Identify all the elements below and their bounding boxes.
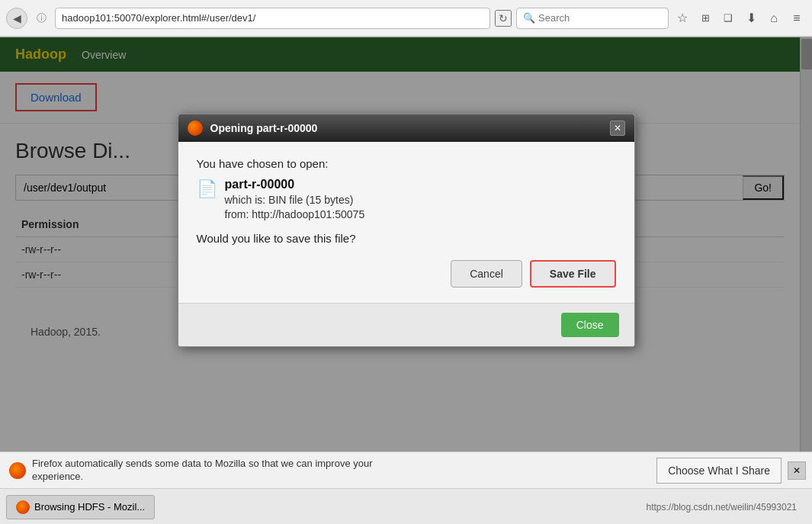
browser-chrome: ◀ ⓘ hadoop101:50070/explorer.html#/user/… — [0, 0, 812, 37]
status-notification: Firefox automatically sends some data to… — [0, 452, 656, 488]
home-icon[interactable]: ⌂ — [765, 9, 783, 27]
status-bar: Firefox automatically sends some data to… — [0, 452, 812, 488]
opening-dialog: Opening part-r-00000 ✕ You have chosen t… — [178, 114, 635, 347]
menu-icon[interactable]: ≡ — [788, 9, 806, 27]
cancel-button[interactable]: Cancel — [451, 260, 522, 288]
choose-share-button[interactable]: Choose What I Share — [656, 458, 782, 484]
firefox-notification-icon — [9, 462, 26, 479]
file-name: part-r-00000 — [225, 178, 365, 191]
shield-icon[interactable]: ❑ — [719, 9, 737, 27]
chosen-text: You have chosen to open: — [197, 157, 616, 170]
dialog-body: You have chosen to open: 📄 part-r-00000 … — [178, 142, 634, 303]
taskbar-item-label: Browsing HDFS - Mozil... — [34, 501, 145, 513]
dialog-title: Opening part-r-00000 — [210, 122, 602, 134]
dialog-overlay: Opening part-r-00000 ✕ You have chosen t… — [0, 37, 812, 488]
file-info: 📄 part-r-00000 which is: BIN file (15 by… — [197, 178, 616, 220]
file-from: from: http://hadoop101:50075 — [225, 208, 365, 220]
browser-content: Hadoop Overview Download Browse Di... Go… — [0, 37, 812, 488]
taskbar: Browsing HDFS - Mozil... https://blog.cs… — [0, 488, 812, 524]
status-close-button[interactable]: ✕ — [788, 461, 806, 480]
file-doc-icon: 📄 — [197, 179, 217, 199]
back-button[interactable]: ◀ — [6, 8, 27, 29]
search-bar[interactable]: 🔍 — [516, 8, 669, 29]
taskbar-item-firefox[interactable]: Browsing HDFS - Mozil... — [6, 495, 155, 519]
file-type: which is: BIN file (15 bytes) — [225, 194, 365, 206]
save-question: Would you like to save this file? — [197, 232, 616, 245]
file-details: part-r-00000 which is: BIN file (15 byte… — [225, 178, 365, 220]
firefox-icon — [188, 121, 203, 136]
status-url: https://blog.csdn.net/weilin/45993021 — [647, 502, 806, 513]
info-icon: ⓘ — [32, 9, 50, 27]
dialog-close-button[interactable]: ✕ — [610, 121, 625, 136]
search-icon: 🔍 — [523, 12, 535, 24]
dialog-titlebar: Opening part-r-00000 ✕ — [178, 114, 634, 142]
close-icon: ✕ — [793, 465, 801, 476]
address-bar[interactable]: hadoop101:50070/explorer.html#/user/dev1… — [55, 8, 490, 29]
download-icon[interactable]: ⬇ — [742, 9, 760, 27]
refresh-button[interactable]: ↻ — [495, 10, 512, 27]
search-input[interactable] — [538, 12, 662, 24]
notification-text: Firefox automatically sends some data to… — [32, 458, 373, 484]
star-icon[interactable]: ☆ — [673, 9, 692, 27]
address-text: hadoop101:50070/explorer.html#/user/dev1… — [62, 12, 255, 24]
close-button[interactable]: Close — [561, 313, 619, 337]
dialog-footer: Close — [178, 303, 634, 346]
taskbar-firefox-icon — [16, 500, 30, 514]
save-file-button[interactable]: Save File — [530, 260, 616, 288]
dialog-buttons: Cancel Save File — [197, 260, 616, 288]
browser-toolbar: ◀ ⓘ hadoop101:50070/explorer.html#/user/… — [0, 0, 812, 37]
bookmark-icon[interactable]: ⊞ — [696, 9, 714, 27]
